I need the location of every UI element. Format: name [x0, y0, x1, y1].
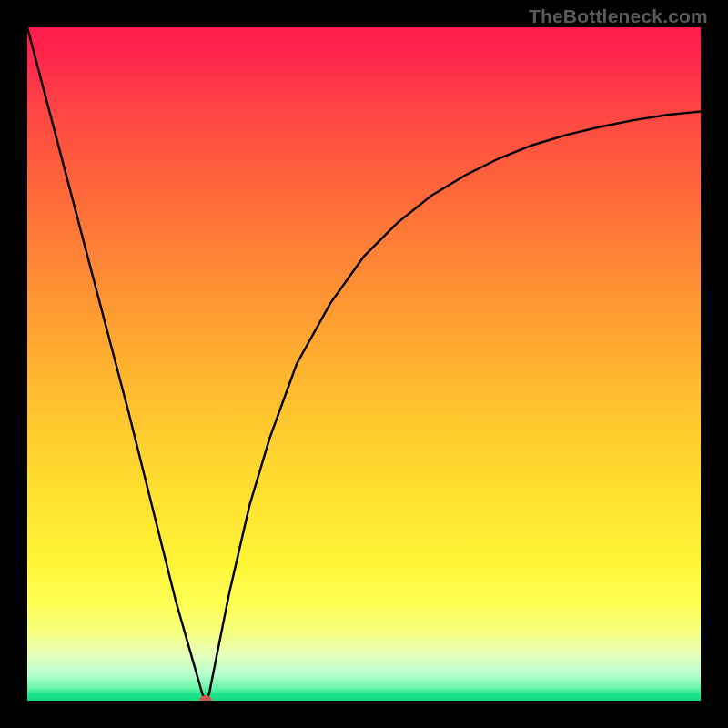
minimum-marker [199, 695, 212, 701]
bottleneck-curve [27, 27, 701, 701]
curve-layer [27, 27, 701, 701]
attribution-text: TheBottleneck.com [529, 5, 708, 27]
chart-frame: TheBottleneck.com [0, 0, 728, 728]
plot-area [27, 27, 701, 701]
